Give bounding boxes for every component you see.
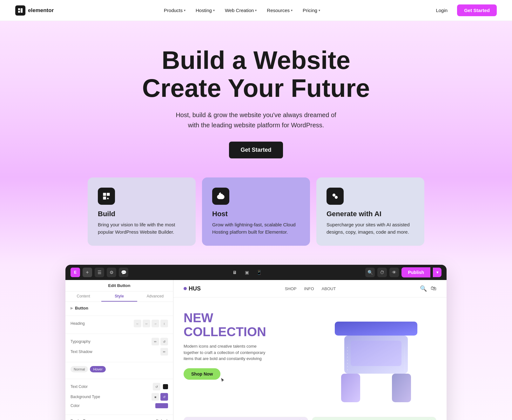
panel-tab-style[interactable]: Style bbox=[101, 291, 137, 302]
settings-btn[interactable]: ⚙ bbox=[107, 268, 116, 277]
nav-item-pricing[interactable]: Pricing ▾ bbox=[298, 5, 325, 16]
typography-pencil-btn[interactable]: ✏ bbox=[152, 338, 159, 345]
host-desc: Grow with lightning-fast, scalable Cloud… bbox=[212, 221, 300, 236]
elementor-logo-btn[interactable]: E bbox=[71, 268, 80, 277]
site-hero-title: NEW COLLECTION bbox=[184, 311, 309, 339]
panel-section-state: Normal Hover bbox=[65, 362, 173, 379]
publish-button[interactable]: Publish bbox=[401, 267, 430, 277]
text-color-refresh-btn[interactable]: ↺ bbox=[153, 383, 160, 390]
ai-title: Generate with AI bbox=[327, 210, 414, 218]
site-cart-icon[interactable]: 🛍 bbox=[431, 285, 436, 292]
site-nav-links: SHOP INFO ABOUT bbox=[285, 286, 336, 291]
panel-tab-content[interactable]: Content bbox=[65, 291, 101, 302]
hero-section: Build a Website Create Your Future Host,… bbox=[0, 21, 512, 177]
editor-section: E + ☰ ⚙ 💬 🖥 ▣ 📱 🔍 ⏱ 👁 Publish ▾ bbox=[0, 265, 512, 420]
svg-rect-7 bbox=[341, 374, 360, 402]
editor-wrapper: E + ☰ ⚙ 💬 🖥 ▣ 📱 🔍 ⏱ 👁 Publish ▾ bbox=[65, 265, 447, 420]
panel-row-bg-type: Background Type ■ ↺ bbox=[71, 393, 168, 401]
preview-btn[interactable]: 👁 bbox=[389, 268, 399, 277]
panel-section-toggle[interactable]: ▶ Button bbox=[71, 306, 168, 310]
panel-header: Edit Button bbox=[65, 280, 173, 291]
svg-point-3 bbox=[333, 194, 335, 197]
site-logo-dot bbox=[184, 287, 187, 290]
align-right-btn[interactable]: → bbox=[152, 320, 159, 327]
shop-now-button[interactable]: Shop Now bbox=[184, 368, 220, 380]
panel-tabs: Content Style Advanced bbox=[65, 291, 173, 302]
panel-section-colors: Text Color ↺ Background Type ■ ↺ bbox=[65, 379, 173, 415]
svg-rect-5 bbox=[335, 322, 417, 336]
normal-state-btn[interactable]: Normal bbox=[71, 366, 88, 372]
chevron-down-icon: ▾ bbox=[255, 9, 257, 12]
chevron-down-icon: ▾ bbox=[291, 9, 293, 12]
site-search-icon[interactable]: 🔍 bbox=[420, 285, 427, 292]
host-title: Host bbox=[212, 210, 300, 218]
text-color-swatch[interactable] bbox=[163, 384, 168, 389]
login-button[interactable]: Login bbox=[430, 5, 453, 16]
comment-btn[interactable]: 💬 bbox=[119, 268, 128, 277]
nav-item-hosting[interactable]: Hosting ▾ bbox=[191, 5, 219, 16]
svg-rect-2 bbox=[18, 11, 20, 13]
site-hero: NEW COLLECTION Modern icons and creative… bbox=[173, 297, 447, 412]
nav-logo[interactable]: elementor bbox=[15, 5, 54, 16]
feature-section: Build Bring your vision to life with the… bbox=[0, 177, 512, 265]
ai-icon bbox=[327, 188, 344, 205]
bg-type-gradient-btn[interactable]: ↺ bbox=[160, 393, 168, 401]
panel-row-heading: Heading ← ↔ → ↕ bbox=[71, 320, 168, 327]
nav-item-web-creation[interactable]: Web Creation ▾ bbox=[220, 5, 261, 16]
svg-rect-8 bbox=[392, 374, 411, 402]
svg-rect-1 bbox=[21, 8, 23, 13]
add-element-btn[interactable]: + bbox=[83, 268, 92, 277]
align-center-btn[interactable]: ↔ bbox=[143, 320, 150, 327]
feature-card-build[interactable]: Build Bring your vision to life with the… bbox=[88, 177, 196, 246]
host-icon bbox=[212, 188, 229, 205]
site-hero-image bbox=[316, 308, 436, 412]
align-left-btn[interactable]: ← bbox=[134, 320, 141, 327]
site-nav: HUS SHOP INFO ABOUT 🔍 🛍 bbox=[173, 280, 447, 297]
cursor-indicator bbox=[220, 377, 225, 383]
nav-item-resources[interactable]: Resources ▾ bbox=[262, 5, 297, 16]
site-logo: HUS bbox=[184, 285, 201, 292]
bg-type-solid-btn[interactable]: ■ bbox=[152, 393, 159, 401]
editor-topbar: E + ☰ ⚙ 💬 🖥 ▣ 📱 🔍 ⏱ 👁 Publish ▾ bbox=[65, 265, 447, 280]
build-desc: Bring your vision to life with the most … bbox=[98, 221, 185, 236]
text-shadow-btn[interactable]: ✏ bbox=[160, 348, 168, 356]
editor-preview: HUS SHOP INFO ABOUT 🔍 🛍 bbox=[173, 280, 447, 420]
product-card-lamp: ♡ bbox=[184, 417, 308, 420]
editor-body: Edit Button Content Style Advanced ▶ But… bbox=[65, 280, 447, 420]
editor-topbar-center: 🖥 ▣ 📱 bbox=[230, 268, 263, 277]
search-btn[interactable]: 🔍 bbox=[365, 268, 375, 277]
chevron-down-icon: ▾ bbox=[184, 9, 185, 12]
tablet-view-btn[interactable]: ▣ bbox=[242, 268, 251, 277]
svg-rect-9 bbox=[351, 341, 401, 366]
panel-tab-advanced[interactable]: Advanced bbox=[137, 291, 173, 302]
feature-cards: Build Bring your vision to life with the… bbox=[64, 177, 448, 246]
panel-state-row: Normal Hover bbox=[71, 366, 168, 372]
color-swatch[interactable] bbox=[155, 403, 168, 408]
desktop-view-btn[interactable]: 🖥 bbox=[230, 268, 239, 277]
mobile-view-btn[interactable]: 📱 bbox=[254, 268, 263, 277]
panel-row-text-color: Text Color ↺ bbox=[71, 383, 168, 390]
feature-card-ai[interactable]: Generate with AI Supercharge your sites … bbox=[316, 177, 424, 246]
hero-cta-button[interactable]: Get Started bbox=[229, 142, 283, 158]
logo-text: elementor bbox=[28, 7, 54, 14]
publish-dropdown-button[interactable]: ▾ bbox=[433, 268, 441, 277]
build-icon bbox=[98, 188, 115, 205]
editor-topbar-left: E + ☰ ⚙ 💬 bbox=[71, 268, 128, 277]
nav-actions: Login Get Started bbox=[430, 4, 497, 16]
get-started-nav-button[interactable]: Get Started bbox=[457, 4, 497, 16]
navigator-btn[interactable]: ☰ bbox=[95, 268, 104, 277]
align-justify-btn[interactable]: ↕ bbox=[160, 320, 168, 327]
panel-row-color: Color bbox=[71, 403, 168, 408]
hero-title: Build a Website Create Your Future bbox=[15, 46, 497, 102]
nav-item-products[interactable]: Products ▾ bbox=[159, 5, 190, 16]
site-products: ♡ bbox=[173, 412, 447, 420]
site-hero-content: NEW COLLECTION Modern icons and creative… bbox=[184, 308, 309, 412]
svg-point-4 bbox=[335, 196, 338, 199]
typography-refresh-btn[interactable]: ↺ bbox=[160, 338, 168, 345]
hover-state-btn[interactable]: Hover bbox=[90, 366, 105, 372]
feature-card-host[interactable]: Host Grow with lightning-fast, scalable … bbox=[202, 177, 310, 246]
editor-preview-wrap: HUS SHOP INFO ABOUT 🔍 🛍 bbox=[173, 280, 447, 420]
history-btn[interactable]: ⏱ bbox=[377, 268, 387, 277]
nav-links: Products ▾ Hosting ▾ Web Creation ▾ Reso… bbox=[159, 5, 325, 16]
product-img-bench: ♡ bbox=[312, 417, 436, 420]
